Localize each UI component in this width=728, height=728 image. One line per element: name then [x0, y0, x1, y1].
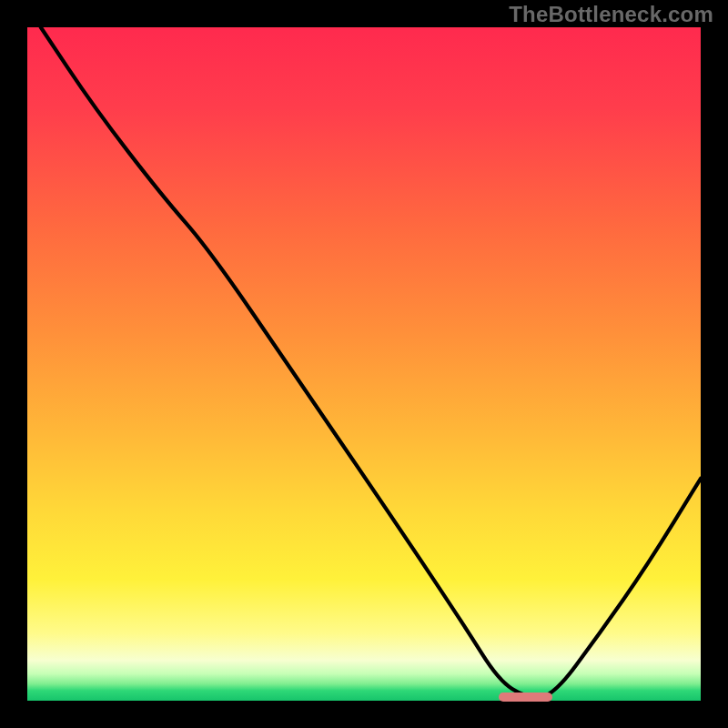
optimal-range-marker	[499, 693, 552, 702]
chart-frame: TheBottleneck.com	[0, 0, 728, 728]
watermark-text: TheBottleneck.com	[509, 2, 713, 27]
bottleneck-curve	[27, 27, 701, 701]
plot-area	[27, 27, 701, 701]
